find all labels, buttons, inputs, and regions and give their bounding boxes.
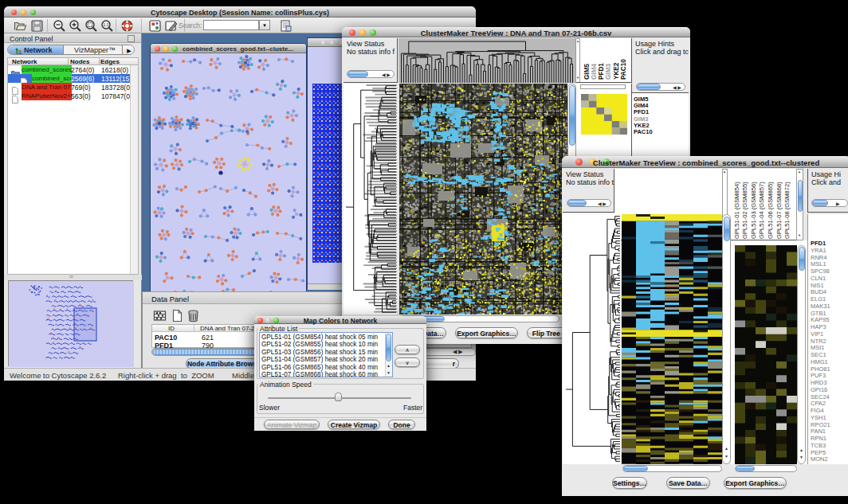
svg-text:1:1: 1:1	[103, 22, 109, 27]
